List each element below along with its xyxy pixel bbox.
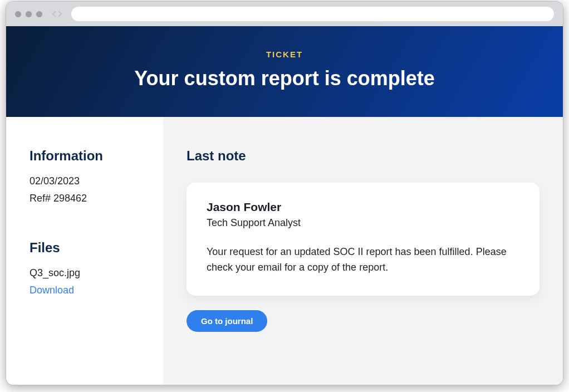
note-author: Jason Fowler — [207, 200, 519, 214]
window-close-dot[interactable] — [15, 11, 21, 17]
header-eyebrow: TICKET — [17, 50, 552, 59]
note-card: Jason Fowler Tech Support Analyst Your r… — [187, 183, 539, 296]
ticket-header: TICKET Your custom report is complete — [6, 26, 563, 117]
page-title: Your custom report is complete — [17, 67, 552, 90]
ticket-ref: Ref# 298462 — [30, 190, 148, 207]
url-bar[interactable] — [71, 7, 554, 21]
ticket-date: 02/03/2023 — [30, 173, 148, 190]
information-section: Information 02/03/2023 Ref# 298462 — [30, 148, 148, 207]
main-panel: Last note Jason Fowler Tech Support Anal… — [163, 117, 563, 385]
files-heading: Files — [30, 240, 148, 256]
window-minimize-dot[interactable] — [26, 11, 32, 17]
files-section: Files Q3_soc.jpg Download — [30, 240, 148, 298]
go-to-journal-button[interactable]: Go to journal — [187, 310, 267, 332]
window-maximize-dot[interactable] — [36, 11, 42, 17]
nav-back-forward-icon[interactable] — [52, 10, 63, 18]
browser-window: TICKET Your custom report is complete In… — [6, 1, 563, 385]
window-controls — [15, 11, 42, 17]
sidebar: Information 02/03/2023 Ref# 298462 Files… — [6, 117, 163, 385]
file-name: Q3_soc.jpg — [30, 264, 148, 282]
download-link[interactable]: Download — [30, 282, 148, 299]
nav-arrows — [52, 10, 63, 18]
content-area: Information 02/03/2023 Ref# 298462 Files… — [6, 117, 563, 385]
last-note-heading: Last note — [187, 148, 539, 164]
note-body: Your request for an updated SOC II repor… — [207, 244, 519, 276]
browser-chrome-bar — [6, 2, 563, 26]
information-heading: Information — [30, 148, 148, 164]
note-author-role: Tech Support Analyst — [207, 217, 519, 229]
